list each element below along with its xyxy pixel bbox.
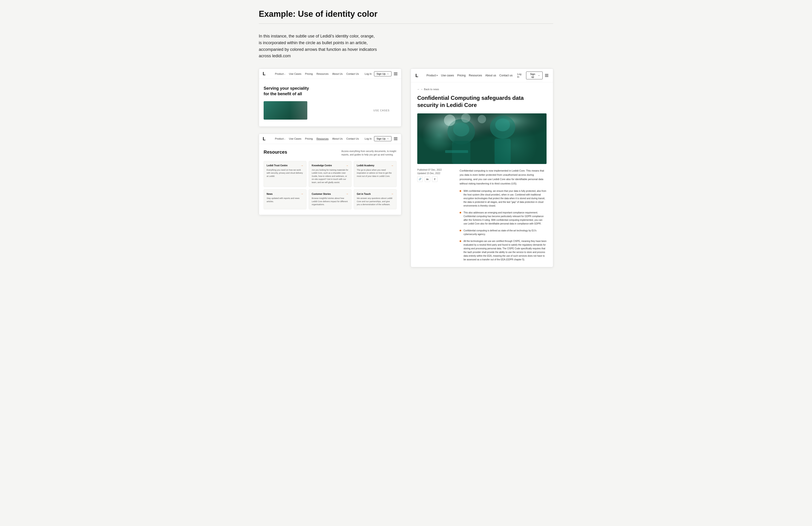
mock-card-trust: Ledidi Trust Centre → Everything you nee… bbox=[264, 161, 306, 187]
mock-hero-content: Serving your speciality for the benefit … bbox=[259, 79, 401, 127]
bullet-dot-1 bbox=[460, 190, 461, 192]
mock-hero-image bbox=[264, 101, 307, 120]
bullet-text-1: With confidential computing, we ensure t… bbox=[464, 189, 547, 208]
signup-arrow-icon: → bbox=[538, 74, 540, 77]
mock-nav-product[interactable]: Product bbox=[275, 72, 285, 75]
mock-nav-aboutus[interactable]: About Us bbox=[332, 72, 343, 75]
mock-login-1[interactable]: Log In bbox=[365, 72, 372, 75]
social-link-icon[interactable]: 🔗 bbox=[417, 176, 423, 182]
article-browser-mockup: L Product ▾ Use cases Pricing Resources … bbox=[410, 69, 553, 267]
left-column: L Product Use Cases Pricing Resources Ab… bbox=[259, 69, 402, 215]
article-menu-icon[interactable] bbox=[545, 74, 548, 77]
mock-card-knowledge: Knowledge Centre → Are you looking for t… bbox=[309, 161, 351, 187]
article-hero-svg bbox=[417, 113, 547, 164]
svg-rect-8 bbox=[495, 139, 511, 164]
arrow-right-icon-2: → bbox=[387, 137, 389, 140]
article-two-col: Published 07 Dec, 2022 Updated 15 Dec, 2… bbox=[417, 169, 547, 262]
mock-card-academy: Ledidi Academy → The go-to place when yo… bbox=[354, 161, 396, 187]
article-bullet-list: With confidential computing, we ensure t… bbox=[460, 189, 547, 262]
mock-nav-right-1: Log In Sign Up → bbox=[365, 71, 397, 76]
mock-resources-content: Resources Access everything from securit… bbox=[259, 144, 401, 215]
article-nav-aboutus[interactable]: About us bbox=[485, 74, 496, 77]
mock-card-touch-text: We answer any questions about Ledidi Cor… bbox=[357, 197, 394, 206]
article-nav-links: Product ▾ Use cases Pricing Resources Ab… bbox=[426, 74, 512, 77]
bullet-item-4: All the technologies we use are certifie… bbox=[460, 239, 547, 262]
bullet-text-3: Confidential computing is defined as sta… bbox=[464, 229, 547, 236]
mock-card-news-text: Stay updated with reports and news artic… bbox=[266, 197, 303, 203]
page-description: In this instance, the subtle use of Ledi… bbox=[259, 33, 378, 59]
mock-nav2-usecases[interactable]: Use Cases bbox=[289, 137, 301, 140]
article-meta: Published 07 Dec, 2022 Updated 15 Dec, 2… bbox=[417, 169, 454, 262]
svg-rect-12 bbox=[445, 150, 468, 153]
article-signup[interactable]: Sign up → bbox=[526, 72, 542, 79]
article-nav-product[interactable]: Product ▾ bbox=[426, 74, 438, 77]
bullet-text-2: This also addresses an emerging and impo… bbox=[464, 211, 547, 225]
article-body: Confidential computing is now implemente… bbox=[460, 169, 547, 262]
article-nav-resources[interactable]: Resources bbox=[469, 74, 482, 77]
bullet-dot-4 bbox=[460, 240, 461, 242]
mock-signup-1[interactable]: Sign Up → bbox=[374, 71, 392, 76]
mock-menu-icon-1[interactable] bbox=[394, 72, 397, 75]
article-nav: L Product ▾ Use cases Pricing Resources … bbox=[411, 69, 553, 82]
article-login[interactable]: Log In bbox=[517, 73, 524, 78]
mock-card-stories: Customer Stories → Browse insightful sto… bbox=[309, 189, 351, 209]
mock-card-knowledge-text: Are you looking for training materials f… bbox=[312, 169, 348, 184]
mock-nav-contactus[interactable]: Contact Us bbox=[346, 72, 359, 75]
mock-card-touch-title: Get in Touch → bbox=[357, 192, 394, 195]
arrow-right-icon: → bbox=[387, 72, 389, 75]
stories-arrow-icon: → bbox=[346, 192, 348, 195]
mock-card-academy-text: The go-to place when you need inspiratio… bbox=[357, 169, 394, 178]
mock-nav-links-1: Product Use Cases Pricing Resources Abou… bbox=[275, 72, 359, 75]
bullet-item-3: Confidential computing is defined as sta… bbox=[460, 229, 547, 236]
page-title: Example: Use of identity color bbox=[259, 9, 553, 19]
article-nav-contactus[interactable]: Contact us bbox=[499, 74, 512, 77]
mock-usecases-label: USE CASES bbox=[373, 109, 390, 112]
academy-arrow-icon: → bbox=[391, 164, 394, 167]
bullet-item-2: This also addresses an emerging and impo… bbox=[460, 211, 547, 225]
bullet-text-4: All the technologies we use are certifie… bbox=[464, 239, 547, 262]
mock-nav-right-2: Log In Sign Up → bbox=[365, 136, 397, 141]
trust-arrow-icon: → bbox=[301, 164, 303, 167]
article-published: Published 07 Dec, 2022 bbox=[417, 169, 454, 171]
bullet-item-1: With confidential computing, we ensure t… bbox=[460, 189, 547, 208]
mock-nav-pricing[interactable]: Pricing bbox=[305, 72, 313, 75]
social-facebook-icon[interactable]: f bbox=[432, 176, 437, 182]
news-arrow-icon: → bbox=[301, 192, 303, 195]
social-linkedin-icon[interactable]: in bbox=[425, 176, 430, 182]
mock-login-2[interactable]: Log In bbox=[365, 137, 372, 140]
article-logo: L bbox=[416, 73, 422, 78]
mock-card-touch: Get in Touch → We answer any questions a… bbox=[354, 189, 396, 209]
mock-nav-resources[interactable]: Resources bbox=[317, 72, 329, 75]
mock-signup-2[interactable]: Sign Up → bbox=[374, 136, 392, 141]
mock-menu-icon-2[interactable] bbox=[394, 137, 397, 140]
mock-nav2-product[interactable]: Product bbox=[275, 137, 285, 140]
main-content: L Product Use Cases Pricing Resources Ab… bbox=[259, 69, 553, 267]
mock-resources-header: Resources Access everything from securit… bbox=[264, 149, 396, 156]
mock-resources-desc: Access everything from security document… bbox=[342, 149, 396, 156]
article-back-link[interactable]: ← ← Back to news bbox=[417, 88, 547, 91]
mock-logo-1: L bbox=[263, 71, 269, 76]
touch-arrow-icon: → bbox=[391, 192, 394, 195]
article-nav-pricing[interactable]: Pricing bbox=[457, 74, 466, 77]
browser-mockup-hero: L Product Use Cases Pricing Resources Ab… bbox=[259, 69, 402, 127]
mock-hero-title: Serving your speciality for the benefit … bbox=[264, 86, 314, 97]
article-social-icons: 🔗 in f bbox=[417, 176, 454, 182]
mock-card-knowledge-title: Knowledge Centre → bbox=[312, 164, 348, 167]
mock-logo-2: L bbox=[263, 136, 269, 142]
svg-point-4 bbox=[453, 122, 469, 136]
article-nav-usecases[interactable]: Use cases bbox=[441, 74, 454, 77]
browser-mockup-resources: L Product Use Cases Pricing Resources Ab… bbox=[259, 134, 402, 215]
article-nav-right: Log In Sign up → bbox=[517, 72, 548, 79]
svg-point-11 bbox=[478, 115, 486, 123]
bullet-dot-3 bbox=[460, 230, 461, 231]
right-column: L Product ▾ Use cases Pricing Resources … bbox=[410, 69, 553, 267]
mock-nav2-pricing[interactable]: Pricing bbox=[305, 137, 313, 140]
article-title: Confidential Computing safeguards data s… bbox=[417, 94, 532, 108]
mock-nav2-aboutus[interactable]: About Us bbox=[332, 137, 343, 140]
article-updated: Updated 15 Dec, 2022 bbox=[417, 172, 454, 175]
mock-nav-usecases[interactable]: Use Cases bbox=[289, 72, 301, 75]
mock-resources-title: Resources bbox=[264, 149, 287, 155]
mock-nav-bottom: L Product Use Cases Pricing Resources Ab… bbox=[259, 134, 401, 144]
mock-nav2-resources[interactable]: Resources bbox=[317, 137, 329, 140]
mock-nav2-contactus[interactable]: Contact Us bbox=[346, 137, 359, 140]
